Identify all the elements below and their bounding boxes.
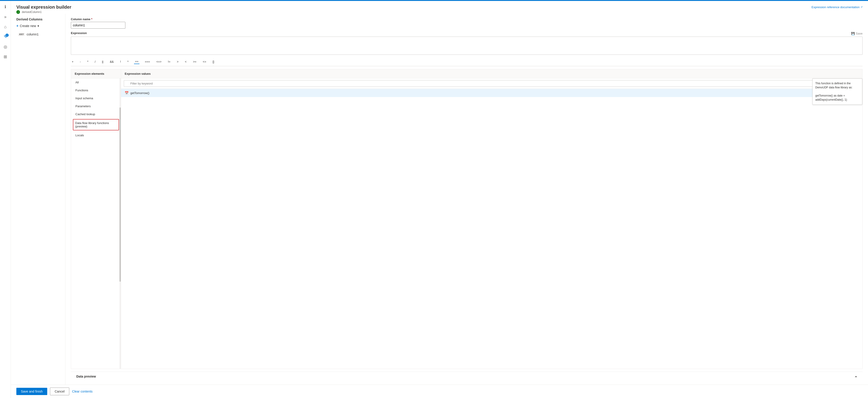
- element-item-data-flow-library[interactable]: Data flow library functions(preview): [73, 119, 119, 130]
- derived-columns-sidebar: Derived Columns + Create new ▾ ANY colum…: [11, 14, 65, 385]
- op-spaceship[interactable]: <=>: [155, 59, 162, 64]
- main-panel: Column name * Expression 💾 Save: [65, 14, 868, 385]
- value-item-label: getTomorrow(): [130, 91, 149, 95]
- value-item-getTomorrow[interactable]: 📅 getTomorrow(): [121, 89, 862, 97]
- left-navigation: ℹ » ⌂ ✎ 2 ◎ ⊞: [0, 1, 11, 398]
- clear-contents-button[interactable]: Clear contents: [72, 388, 92, 395]
- expr-ref-label: Expression reference documentation: [811, 5, 860, 9]
- op-gt[interactable]: >: [176, 59, 179, 64]
- expression-save-button[interactable]: 💾 Save: [851, 32, 863, 35]
- element-item-cached-lookup[interactable]: Cached lookup: [71, 110, 121, 118]
- nav-icon-monitor[interactable]: ◎: [1, 43, 9, 51]
- data-preview-header[interactable]: Data preview: [71, 372, 863, 381]
- nav-icon-home[interactable]: ⌂: [1, 23, 9, 31]
- op-lt[interactable]: <: [184, 59, 188, 64]
- op-caret[interactable]: ^: [126, 59, 129, 64]
- save-icon: 💾: [851, 32, 855, 35]
- operator-bar: + - * / || && ! ^ == === <=> != > < >= <…: [71, 58, 863, 66]
- op-pipe[interactable]: ||: [101, 59, 104, 64]
- op-strict-eq[interactable]: ===: [144, 59, 151, 64]
- op-eq[interactable]: ==: [134, 59, 139, 64]
- nav-icon-info[interactable]: ℹ: [1, 3, 9, 11]
- element-item-parameters[interactable]: Parameters: [71, 102, 121, 110]
- column-name-input[interactable]: [71, 22, 125, 29]
- op-lte[interactable]: <=: [202, 59, 207, 64]
- values-panel: Expression values 🔍 📅 getTomorrow(): [121, 69, 862, 369]
- element-item-input-schema[interactable]: Input schema: [71, 94, 121, 102]
- calendar-icon: 📅: [125, 91, 128, 95]
- create-new-label: Create new: [20, 24, 36, 28]
- expression-textarea[interactable]: [71, 37, 863, 55]
- external-link-icon: ↗: [861, 6, 863, 9]
- scrollbar-thumb: [120, 108, 121, 282]
- chevron-down-icon: ▾: [37, 24, 39, 28]
- op-gte[interactable]: >=: [192, 59, 197, 64]
- data-preview-title: Data preview: [76, 375, 96, 378]
- expression-elements-layout: Expression elements All Functions Input …: [71, 69, 863, 369]
- op-divide[interactable]: /: [94, 59, 96, 64]
- nav-icon-edit[interactable]: ✎ 2: [1, 33, 9, 41]
- column-item-label: column1: [27, 32, 39, 36]
- nav-icon-briefcase[interactable]: ⊞: [1, 53, 9, 61]
- nav-edit-badge: 2: [5, 34, 9, 37]
- op-neq[interactable]: !=: [167, 59, 171, 64]
- elements-list: All Functions Input schema Parameters Ca…: [71, 79, 121, 369]
- column-item[interactable]: ANY column1: [17, 32, 60, 37]
- expression-reference-link[interactable]: Expression reference documentation ↗: [811, 5, 863, 9]
- filter-input-container: 🔍: [124, 80, 860, 87]
- data-preview-section: Data preview: [71, 372, 863, 381]
- column-name-label: Column name *: [71, 18, 863, 21]
- op-and[interactable]: &&: [109, 59, 115, 64]
- breadcrumb-icon: ⬡: [17, 10, 20, 14]
- filter-input-wrapper: 🔍: [121, 79, 862, 89]
- expression-section: Expression 💾 Save: [71, 31, 863, 55]
- function-tooltip-text: This function is defined in the DemoUDF …: [815, 82, 852, 101]
- op-plus[interactable]: +: [71, 59, 74, 64]
- sidebar-section-title: Derived Columns: [17, 18, 60, 21]
- element-item-functions[interactable]: Functions: [71, 86, 121, 94]
- function-tooltip: This function is defined in the DemoUDF …: [812, 79, 862, 105]
- op-not[interactable]: !: [119, 59, 122, 64]
- elements-panel-header: Expression elements: [71, 69, 121, 79]
- column-type-badge: ANY: [18, 33, 25, 36]
- op-multiply[interactable]: *: [86, 59, 89, 64]
- breadcrumb-text: derivedColumn1: [22, 10, 41, 13]
- values-panel-header: Expression values: [121, 69, 862, 79]
- required-star: *: [91, 18, 92, 21]
- header: Visual expression builder ⬡ derivedColum…: [11, 1, 868, 14]
- column-name-field: Column name *: [71, 18, 863, 29]
- scrollbar-track: [120, 79, 121, 369]
- op-brackets[interactable]: []: [212, 59, 215, 64]
- plus-icon: +: [17, 24, 19, 28]
- values-list: 📅 getTomorrow(): [121, 89, 862, 369]
- nav-icon-expand[interactable]: »: [1, 13, 9, 21]
- page-title: Visual expression builder: [17, 4, 71, 10]
- cancel-button[interactable]: Cancel: [50, 388, 69, 395]
- expression-label: Expression: [71, 31, 87, 35]
- filter-input[interactable]: [124, 80, 860, 87]
- save-and-finish-button[interactable]: Save and finish: [17, 388, 47, 395]
- op-minus[interactable]: -: [79, 59, 82, 64]
- footer: Save and finish Cancel Clear contents: [11, 385, 868, 398]
- elements-panel: Expression elements All Functions Input …: [71, 69, 121, 369]
- chevron-up-icon: [855, 376, 857, 377]
- create-new-button[interactable]: + Create new ▾: [17, 24, 39, 28]
- breadcrumb: ⬡ derivedColumn1: [17, 10, 71, 14]
- element-item-locals[interactable]: Locals: [71, 131, 121, 139]
- save-label: Save: [856, 32, 863, 35]
- element-item-all[interactable]: All: [71, 79, 121, 86]
